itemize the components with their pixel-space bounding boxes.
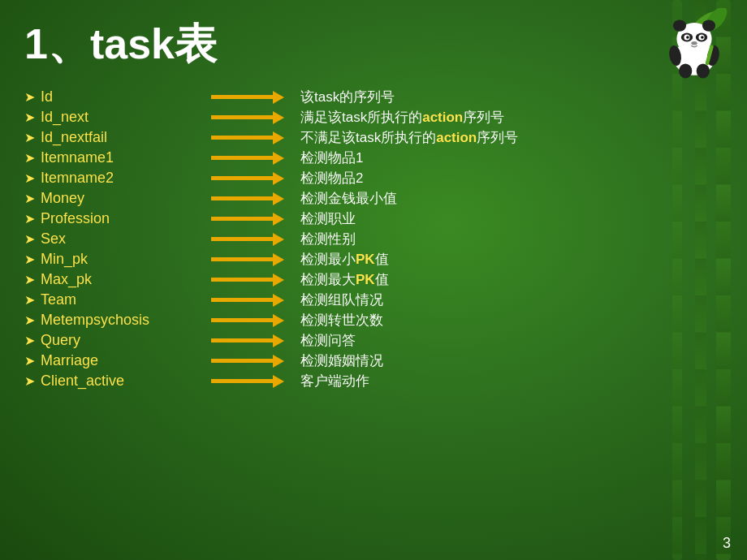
- item-name: ➤Sex: [24, 230, 203, 248]
- chevron-icon: ➤: [24, 130, 35, 145]
- list-item: ➤Itemname1检测物品1: [24, 149, 723, 167]
- chevron-icon: ➤: [24, 312, 35, 328]
- item-name: ➤Max_pk: [24, 271, 203, 288]
- arrow-icon: [211, 314, 292, 327]
- chevron-icon: ➤: [24, 373, 35, 389]
- arrow-icon: [211, 192, 292, 205]
- item-description: 检测婚姻情况: [300, 351, 383, 370]
- list-item: ➤Itemname2检测物品2: [24, 169, 723, 187]
- arrow-icon: [211, 152, 292, 165]
- list-item: ➤Id_next满足该task所执行的action序列号: [24, 108, 723, 127]
- chevron-icon: ➤: [24, 333, 35, 348]
- arrow-icon: [211, 111, 292, 124]
- svg-point-5: [702, 19, 715, 31]
- arrow-icon: [211, 233, 292, 246]
- item-description: 客户端动作: [300, 372, 369, 390]
- item-description: 检测性别: [300, 230, 356, 248]
- item-description: 检测物品2: [300, 169, 363, 187]
- item-name: ➤Id_nextfail: [24, 129, 203, 146]
- arrow-icon: [211, 294, 292, 307]
- item-name: ➤Min_pk: [24, 251, 203, 268]
- item-name: ➤Money: [24, 190, 203, 207]
- svg-point-11: [701, 36, 704, 39]
- svg-point-15: [679, 63, 692, 78]
- item-name: ➤Client_active: [24, 373, 203, 390]
- list-item: ➤Money检测金钱最小值: [24, 189, 723, 208]
- arrow-icon: [211, 274, 292, 286]
- arrow-icon: [211, 253, 292, 266]
- chevron-icon: ➤: [24, 191, 35, 206]
- item-description: 检测职业: [300, 209, 356, 228]
- item-description: 检测转世次数: [300, 311, 383, 330]
- item-description: 检测最小PK值: [300, 250, 389, 269]
- item-description: 满足该task所执行的action序列号: [300, 108, 504, 127]
- list-item: ➤Metempsychosis检测转世次数: [24, 311, 723, 330]
- chevron-icon: ➤: [24, 272, 35, 287]
- chevron-icon: ➤: [24, 353, 35, 368]
- chevron-icon: ➤: [24, 150, 35, 166]
- list-item: ➤Marriage检测婚姻情况: [24, 351, 723, 370]
- item-name: ➤Itemname1: [24, 149, 203, 166]
- item-description: 检测最大PK值: [300, 270, 389, 289]
- chevron-icon: ➤: [24, 170, 35, 186]
- chevron-icon: ➤: [24, 252, 35, 267]
- list-item: ➤Min_pk检测最小PK值: [24, 250, 723, 269]
- item-description: 检测物品1: [300, 149, 363, 167]
- item-description: 检测问答: [300, 331, 356, 350]
- svg-point-10: [686, 36, 689, 39]
- arrow-icon: [211, 213, 292, 226]
- list-item: ➤Sex检测性别: [24, 230, 723, 248]
- arrow-icon: [211, 91, 292, 104]
- item-description: 检测组队情况: [300, 291, 383, 309]
- arrow-icon: [211, 334, 292, 347]
- chevron-icon: ➤: [24, 211, 35, 226]
- page-number: 3: [723, 535, 731, 552]
- list-item: ➤Id该task的序列号: [24, 88, 723, 106]
- list-item: ➤Profession检测职业: [24, 209, 723, 228]
- arrow-icon: [211, 355, 292, 368]
- item-name: ➤Team: [24, 291, 203, 308]
- list-item: ➤Team检测组队情况: [24, 291, 723, 309]
- item-description: 不满足该task所执行的action序列号: [300, 128, 518, 147]
- items-list: ➤Id该task的序列号➤Id_next满足该task所执行的action序列号…: [24, 88, 723, 390]
- list-item: ➤Query检测问答: [24, 331, 723, 350]
- list-item: ➤Client_active客户端动作: [24, 372, 723, 390]
- arrow-icon: [211, 172, 292, 185]
- arrow-icon: [211, 131, 292, 144]
- svg-point-12: [691, 41, 697, 45]
- item-name: ➤Itemname2: [24, 170, 203, 187]
- svg-point-16: [697, 63, 710, 78]
- item-name: ➤Metempsychosis: [24, 312, 203, 329]
- item-description: 该task的序列号: [300, 88, 395, 106]
- list-item: ➤Id_nextfail不满足该task所执行的action序列号: [24, 128, 723, 147]
- chevron-icon: ➤: [24, 231, 35, 247]
- item-name: ➤Id_next: [24, 109, 203, 126]
- item-name: ➤Profession: [24, 210, 203, 227]
- item-name: ➤Marriage: [24, 352, 203, 369]
- item-description: 检测金钱最小值: [300, 189, 397, 208]
- chevron-icon: ➤: [24, 110, 35, 125]
- arrow-icon: [211, 375, 292, 388]
- item-name: ➤Id: [24, 88, 203, 106]
- page-title: 1、task表: [24, 16, 723, 73]
- item-name: ➤Query: [24, 332, 203, 349]
- chevron-icon: ➤: [24, 292, 35, 308]
- chevron-icon: ➤: [24, 89, 35, 105]
- main-content: 1、task表 ➤Id该task的序列号➤Id_next满足该task所执行的a…: [0, 0, 747, 407]
- svg-point-4: [673, 19, 686, 31]
- panda-icon: [658, 8, 731, 81]
- list-item: ➤Max_pk检测最大PK值: [24, 270, 723, 289]
